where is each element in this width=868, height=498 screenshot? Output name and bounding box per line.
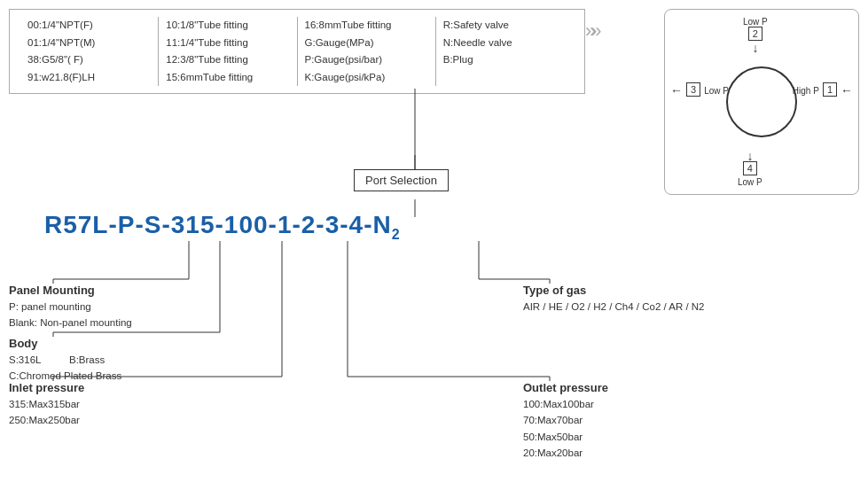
port-1-group: High P 1 ← (793, 82, 853, 98)
port-4-box: 4 (743, 161, 757, 175)
outlet-pressure-detail-4: 20:Max20bar (523, 445, 608, 461)
outlet-pressure-detail-3: 50:Max50bar (523, 429, 608, 445)
port-2-box: 2 (748, 27, 762, 41)
port-selection-label: Port Selection (365, 174, 437, 187)
port-2-arrow: ↓ (743, 41, 768, 55)
type-of-gas-detail: AIR / HE / O2 / H2 / Ch4 / Co2 / AR / N2 (523, 299, 705, 315)
port-2-low-label: Low P (743, 17, 768, 27)
model-subscript: 2 (392, 227, 401, 242)
inlet-pressure-section: Inlet pressure 315:Max315bar 250:Max250b… (9, 381, 84, 429)
port-3-group: ← 3 Low P (670, 82, 729, 98)
body-detail-1: S:316L B:Brass (9, 352, 121, 368)
legend-area: 00:1/4"NPT(F) 01:1/4"NPT(M) 38:G5/8"( F)… (9, 9, 585, 94)
type-of-gas-title: Type of gas (523, 284, 705, 297)
valve-diagram: Low P 2 ↓ High P 1 ← ← 3 Low P ↓ 4 (664, 9, 859, 195)
port-selection-box: Port Selection (354, 169, 449, 191)
outlet-pressure-detail-1: 100:Max100bar (523, 396, 608, 412)
legend-col-2: 10:1/8"Tube fitting 11:1/4"Tube fitting … (159, 17, 297, 86)
port-4-low-label: Low P (738, 177, 762, 187)
chevron-arrows: »» (585, 19, 596, 43)
legend-col-4: R:Safety valve N:Needle valve B:Plug (436, 17, 574, 86)
model-code: R57L-P-S-315-100-1-2-3-4-N2 (44, 211, 401, 243)
port-1-box: 1 (823, 82, 837, 97)
body-title: Body (9, 337, 121, 350)
inlet-pressure-detail-1: 315:Max315bar (9, 396, 84, 412)
port-2-group: Low P 2 ↓ (743, 17, 768, 55)
legend-col-3: 16:8mmTube fitting G:Gauge(MPa) P:Gauge(… (298, 17, 436, 86)
type-of-gas-section: Type of gas AIR / HE / O2 / H2 / Ch4 / C… (523, 284, 705, 315)
body-section: Body S:316L B:Brass C:Chromed Plated Bra… (9, 337, 121, 385)
legend-table: 00:1/4"NPT(F) 01:1/4"NPT(M) 38:G5/8"( F)… (20, 17, 574, 86)
inlet-pressure-detail-2: 250:Max250bar (9, 412, 84, 428)
diagram-inner: Low P 2 ↓ High P 1 ← ← 3 Low P ↓ 4 (665, 10, 858, 194)
inlet-pressure-title: Inlet pressure (9, 381, 84, 394)
panel-mounting-title: Panel Mounting (9, 284, 132, 297)
outlet-pressure-detail-2: 70:Max70bar (523, 412, 608, 428)
port-4-group: ↓ 4 Low P (738, 149, 762, 187)
legend-col-1: 00:1/4"NPT(F) 01:1/4"NPT(M) 38:G5/8"( F)… (20, 17, 159, 86)
outlet-pressure-section: Outlet pressure 100:Max100bar 70:Max70ba… (523, 381, 608, 462)
port-3-box: 3 (686, 82, 700, 97)
outlet-pressure-title: Outlet pressure (523, 381, 608, 394)
port-1-high-label: High P (793, 86, 819, 96)
panel-mounting-detail-1: P: panel mounting (9, 299, 132, 315)
port-3-low-label: Low P (704, 86, 729, 96)
port-1-arrow: ← (841, 83, 853, 97)
panel-mounting-section: Panel Mounting P: panel mounting Blank: … (9, 284, 132, 331)
valve-circle (726, 66, 797, 137)
panel-mounting-detail-2: Blank: Non-panel mounting (9, 315, 132, 331)
port-3-arrow: ← (670, 83, 683, 97)
